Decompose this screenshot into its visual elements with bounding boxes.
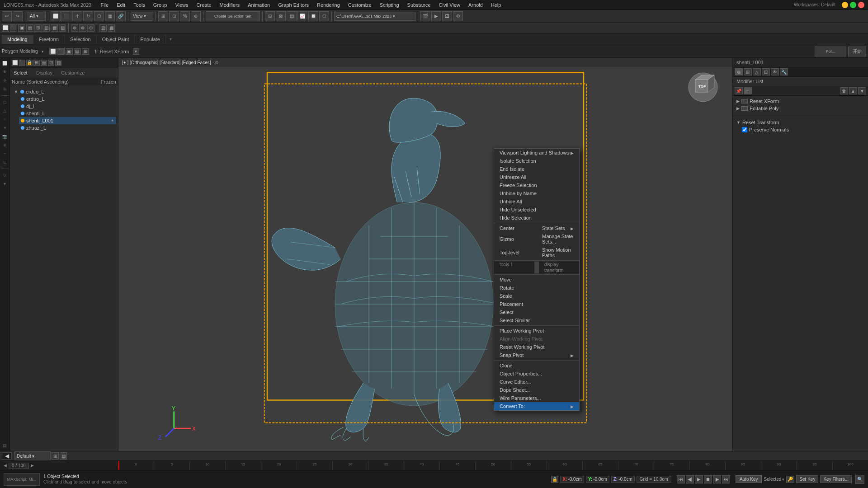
maxscript-button[interactable]: MAXScript: Mi...	[4, 473, 40, 486]
ctx-end-isolate[interactable]: End Isolate	[494, 165, 579, 173]
panel-icon4[interactable]: ⊞	[33, 60, 40, 66]
ctx-gizmo[interactable]: Gizmo	[494, 232, 537, 246]
mod-icon-list[interactable]: ≡	[744, 87, 752, 94]
viewport[interactable]: [+ ] [Orthographic] [Standard] [Edged Fa…	[118, 58, 732, 451]
ctx-select[interactable]: Select	[494, 308, 579, 316]
ctx-placement[interactable]: Placement	[494, 300, 579, 308]
render-setup-button[interactable]: 🎬	[420, 11, 430, 21]
transform-icon[interactable]: ✛	[1, 77, 9, 84]
maximize-button[interactable]	[850, 2, 856, 8]
next-frame-btn[interactable]: ▶	[31, 463, 34, 468]
select-region-button[interactable]: ⬛	[61, 11, 71, 21]
ctx-unfreeze-all[interactable]: Unfreeze All	[494, 173, 579, 181]
render-button[interactable]: ▶	[431, 11, 441, 21]
close-button[interactable]	[858, 2, 864, 8]
rp-tab-hierarchy[interactable]: △	[753, 68, 761, 75]
frame-counter[interactable]: 0 / 100	[9, 463, 29, 469]
poly-btn3[interactable]: ▣	[66, 48, 73, 55]
nav-cube[interactable]: TOP	[687, 71, 719, 103]
move-button[interactable]: ✛	[72, 11, 82, 21]
minimize-button[interactable]	[842, 2, 848, 8]
prev-frame-btn[interactable]: ◀	[4, 463, 7, 468]
timeline-ruler[interactable]: 0 5 10 15 20 25 30 35 40 45 50 55 60 65 …	[118, 461, 868, 470]
poly-btn2[interactable]: ⬛	[57, 48, 65, 55]
ctx-manage-state-sets[interactable]: Manage State Sets...	[537, 232, 579, 246]
material-button[interactable]: ⬡	[319, 11, 329, 21]
menu-civil-view[interactable]: Civil View	[435, 1, 464, 9]
spinner-snap-button[interactable]: ⊕	[191, 11, 201, 21]
graph-editor-button[interactable]: 📈	[297, 11, 307, 21]
tab-selection[interactable]: Selection	[65, 35, 96, 44]
ctx-hide-selection[interactable]: Hide Selection	[494, 214, 579, 222]
ctx-viewport-lighting[interactable]: Viewport Lighting and Shadows	[494, 149, 579, 157]
schematic-button[interactable]: 🔲	[308, 11, 318, 21]
goto-start-button[interactable]: ⏮	[677, 475, 685, 483]
tb2-btn6[interactable]: ▥	[42, 24, 50, 32]
system-icon[interactable]: ⊡	[1, 159, 9, 166]
next-key-button[interactable]: |▶	[713, 475, 721, 483]
ctx-unhide-all[interactable]: Unhide All	[494, 197, 579, 206]
tab-modeling[interactable]: Modeling	[2, 35, 33, 44]
list-item[interactable]: erduo_L	[19, 95, 116, 103]
poly-dropdown-arrow[interactable]: ▾	[42, 49, 44, 54]
select-icon[interactable]: ◻	[1, 99, 9, 106]
list-item[interactable]: zhuazi_L	[19, 124, 116, 131]
modifier-editable-poly[interactable]: ▶ Editable Poly	[735, 105, 866, 112]
ctx-curve-editor[interactable]: Curve Editor...	[494, 378, 579, 386]
goto-end-button[interactable]: ⏭	[722, 475, 730, 483]
select-label[interactable]: Select	[14, 70, 28, 75]
layer-btn2[interactable]: ▤	[60, 452, 67, 460]
filter2-icon[interactable]: ▼	[1, 180, 9, 188]
toggle-panel-btn[interactable]: ◀	[2, 452, 12, 460]
tb2-btn1[interactable]: ⬜	[2, 24, 9, 32]
list-item-selected[interactable]: shenti_L001 ✦	[19, 117, 116, 124]
ctx-clone[interactable]: Clone	[494, 361, 579, 370]
list-item[interactable]: shenti_L	[19, 110, 116, 117]
menu-animation[interactable]: Animation	[244, 1, 274, 9]
play-button[interactable]: ▶	[695, 475, 703, 483]
create-selection-set-btn[interactable]: Create Selection Set	[206, 11, 260, 21]
customize-label[interactable]: Customize	[61, 70, 85, 75]
ctx-rotate[interactable]: Rotate	[494, 284, 579, 292]
param-icon[interactable]: ⊞	[1, 85, 9, 93]
mod-icon-delete[interactable]: 🗑	[840, 87, 848, 94]
place-button[interactable]: ▦	[105, 11, 115, 21]
poly-small-btn1[interactable]: ▾	[133, 48, 139, 55]
rp-tab-motion[interactable]: ⊡	[762, 68, 770, 75]
tb2-btn12[interactable]: ▨	[99, 24, 107, 32]
display-label[interactable]: Display	[36, 70, 52, 75]
ctx-state-sets[interactable]: State Sets	[537, 224, 579, 232]
selection-filter-dropdown[interactable]: All ▾	[28, 12, 46, 21]
mod-icon-up[interactable]: ▲	[849, 87, 857, 94]
panel-icon5[interactable]: ▤	[41, 60, 47, 66]
select-obj-button[interactable]: ⬜	[51, 11, 61, 21]
ctx-convert-to[interactable]: Convert To:	[494, 402, 579, 410]
rp-tab-create[interactable]: ⊕	[735, 68, 743, 75]
display-icon[interactable]: 👁	[1, 68, 9, 75]
rp-tab-utilities[interactable]: 🔧	[780, 68, 788, 75]
filter-icon[interactable]: ▽	[1, 172, 9, 179]
z-value[interactable]: -0.0cm	[618, 477, 632, 482]
undo-button[interactable]: ↩	[2, 11, 12, 21]
menu-tools[interactable]: Tools	[130, 1, 149, 9]
poly-btn1[interactable]: ⬜	[49, 48, 57, 55]
panel-icon-btn[interactable]: 开始	[848, 47, 866, 56]
key-filters-button[interactable]: Key Filters...	[820, 475, 852, 483]
x-value[interactable]: -0.0cm	[568, 477, 582, 482]
ctx-center[interactable]: Center	[494, 224, 537, 232]
ctx-show-motion-paths[interactable]: Show Motion Paths	[537, 246, 579, 259]
snap-button[interactable]: 🔗	[116, 11, 126, 21]
menu-substance[interactable]: Substance	[404, 1, 434, 9]
ctx-top-level[interactable]: Top-level	[494, 246, 537, 259]
search-button[interactable]: 🔍	[855, 475, 864, 484]
menu-group[interactable]: Group	[150, 1, 171, 9]
mirror-button[interactable]: ⊟	[265, 11, 275, 21]
tb2-btn11[interactable]: ⊙	[87, 24, 94, 32]
auto-key-button[interactable]: Auto Key	[736, 475, 762, 483]
viewport-dropdown[interactable]: View ▾	[131, 12, 153, 21]
stop-button[interactable]: ⏹	[704, 475, 712, 483]
ctx-move[interactable]: Move	[494, 276, 579, 284]
ctx-place-working-pivot[interactable]: Place Working Pivot	[494, 327, 579, 335]
tb2-btn9[interactable]: ⊕	[71, 24, 78, 32]
mod-icon-down[interactable]: ▼	[858, 87, 866, 94]
